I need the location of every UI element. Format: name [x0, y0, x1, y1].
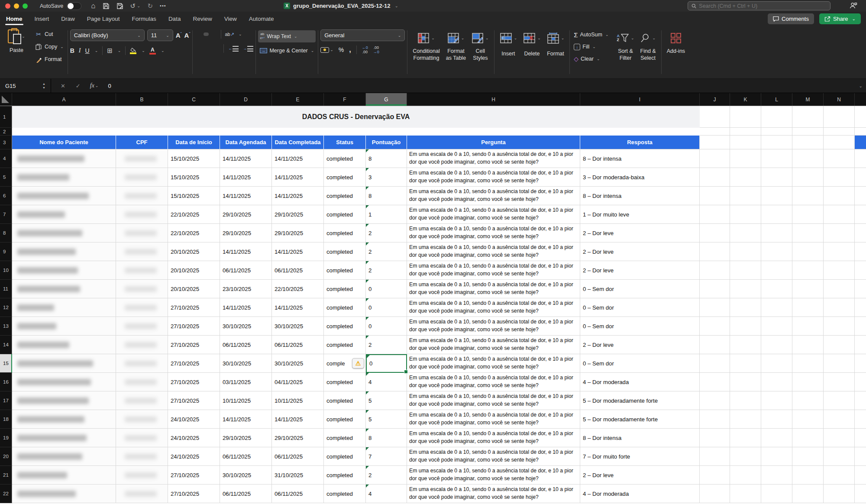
cell-G11[interactable]: 0 [366, 280, 407, 298]
comments-button[interactable]: Comments [768, 13, 814, 24]
borders-icon[interactable]: ⊞ [107, 47, 113, 55]
fill-color-button[interactable] [130, 48, 136, 54]
row-header-16[interactable]: 16 [0, 373, 12, 391]
column-header-A[interactable]: A [12, 93, 116, 106]
insert-function-icon[interactable]: fx [90, 82, 94, 89]
cell-L5[interactable] [761, 168, 792, 187]
increase-indent-button[interactable]: → [243, 46, 253, 52]
cell-I16[interactable]: 4 – Dor moderada [580, 373, 700, 391]
cell-tail-1[interactable] [855, 106, 866, 128]
autosave-toggle[interactable] [67, 2, 81, 10]
cell-M7[interactable] [792, 205, 824, 224]
cell-K8[interactable] [730, 224, 761, 242]
cell-C5[interactable]: 15/10/2025 [168, 168, 220, 187]
cell-L21[interactable] [761, 466, 792, 485]
cell-D12[interactable]: 14/11/2025 [220, 298, 272, 317]
cell-E14[interactable]: 06/11/2025 [272, 336, 324, 354]
decrease-decimal-button[interactable]: ←0.00 [362, 45, 368, 55]
cell-tail-20[interactable] [855, 447, 866, 466]
cell-D13[interactable]: 30/10/2025 [220, 317, 272, 336]
row-header-19[interactable]: 19 [0, 429, 12, 447]
cell-L2[interactable] [761, 128, 792, 136]
italic-button[interactable]: I [79, 47, 81, 54]
fx-chevron-icon[interactable]: ⌄ [95, 84, 99, 88]
cell-B5[interactable] [116, 168, 168, 187]
row-header-20[interactable]: 20 [0, 447, 12, 466]
cell-K6[interactable] [730, 187, 761, 205]
accounting-format-button[interactable]: ⌄ [320, 47, 333, 53]
cell-tail-5[interactable] [855, 168, 866, 187]
tab-formulas[interactable]: Formulas [126, 12, 162, 26]
cell-E17[interactable]: 10/11/2025 [272, 391, 324, 410]
cell-G5[interactable]: 3 [366, 168, 407, 187]
cell-G9[interactable]: 2 [366, 242, 407, 261]
column-header-H[interactable]: H [407, 93, 580, 106]
row-header-22[interactable]: 22 [0, 485, 12, 503]
cell-tail-13[interactable] [855, 317, 866, 336]
cell-L22[interactable] [761, 485, 792, 503]
font-size-select[interactable]: 11⌄ [147, 29, 173, 41]
cell-M17[interactable] [792, 391, 824, 410]
cell-D4[interactable]: 14/11/2025 [220, 149, 272, 168]
row-header-8[interactable]: 8 [0, 224, 12, 242]
comma-style-button[interactable]: , [349, 46, 351, 54]
document-title-area[interactable]: X grupo_Denervação_EVA_2025-12-12 ⌄ [284, 0, 398, 12]
cell-G10[interactable]: 2 [366, 261, 407, 280]
cell-H13[interactable]: Em uma escala de 0 a 10, sendo 0 a ausên… [407, 317, 580, 336]
cell-F16[interactable]: completed [324, 373, 366, 391]
cell-K15[interactable] [730, 354, 761, 373]
cell-H11[interactable]: Em uma escala de 0 a 10, sendo 0 a ausên… [407, 280, 580, 298]
fill-button[interactable]: ↓ Fill⌄ [572, 42, 610, 52]
cell-J15[interactable] [700, 354, 730, 373]
cell-M14[interactable] [792, 336, 824, 354]
cell-M4[interactable] [792, 149, 824, 168]
cell-F18[interactable]: completed [324, 410, 366, 429]
cell-D22[interactable]: 06/11/2025 [220, 485, 272, 503]
cell-J16[interactable] [700, 373, 730, 391]
cell-K4[interactable] [730, 149, 761, 168]
cell-I5[interactable]: 3 – Dor moderada-baixa [580, 168, 700, 187]
cell-A13[interactable] [12, 317, 116, 336]
cell-H21[interactable]: Em uma escala de 0 a 10, sendo 0 a ausên… [407, 466, 580, 485]
font-color-button[interactable]: A [149, 47, 156, 55]
cell-C14[interactable]: 27/10/2025 [168, 336, 220, 354]
cell-E4[interactable]: 14/11/2025 [272, 149, 324, 168]
more-commands-icon[interactable]: ••• [160, 3, 166, 8]
cell-A16[interactable] [12, 373, 116, 391]
cell-D7[interactable]: 29/10/2025 [220, 205, 272, 224]
cell-M3[interactable] [792, 136, 824, 149]
insert-cells-button[interactable]: ⌄ Insert [497, 28, 520, 78]
cell-B21[interactable] [116, 466, 168, 485]
cell-B7[interactable] [116, 205, 168, 224]
cell-E22[interactable]: 06/11/2025 [272, 485, 324, 503]
cell-E15[interactable]: 30/10/2025 [272, 354, 324, 373]
cell-I6[interactable]: 8 – Dor intensa [580, 187, 700, 205]
cell-I10[interactable]: 2 – Dor leve [580, 261, 700, 280]
cell-D10[interactable]: 06/11/2025 [220, 261, 272, 280]
cell-K17[interactable] [730, 391, 761, 410]
column-header-C[interactable]: C [168, 93, 220, 106]
cell-D14[interactable]: 06/11/2025 [220, 336, 272, 354]
format-cells-button[interactable]: ⌄ Format [544, 28, 568, 78]
cell-E20[interactable]: 06/11/2025 [272, 447, 324, 466]
cell-K5[interactable] [730, 168, 761, 187]
tab-home[interactable]: Home [0, 12, 29, 26]
cell-K7[interactable] [730, 205, 761, 224]
cell-I12[interactable]: 0 – Sem dor [580, 298, 700, 317]
cell-E11[interactable]: 22/10/2025 [272, 280, 324, 298]
cell-I11[interactable]: 0 – Sem dor [580, 280, 700, 298]
cell-M12[interactable] [792, 298, 824, 317]
cell-H16[interactable]: Em uma escala de 0 a 10, sendo 0 a ausên… [407, 373, 580, 391]
minimize-window-button[interactable] [14, 3, 19, 9]
cell-F9[interactable]: completed [324, 242, 366, 261]
cell-B14[interactable] [116, 336, 168, 354]
cell-K14[interactable] [730, 336, 761, 354]
cell-C17[interactable]: 27/10/2025 [168, 391, 220, 410]
cell-I21[interactable]: 2 – Dor leve [580, 466, 700, 485]
tab-automate[interactable]: Automate [243, 12, 280, 26]
cell-F17[interactable]: completed [324, 391, 366, 410]
cell-D17[interactable]: 10/11/2025 [220, 391, 272, 410]
cell-A7[interactable] [12, 205, 116, 224]
cell-J18[interactable] [700, 410, 730, 429]
cell-D6[interactable]: 14/11/2025 [220, 187, 272, 205]
